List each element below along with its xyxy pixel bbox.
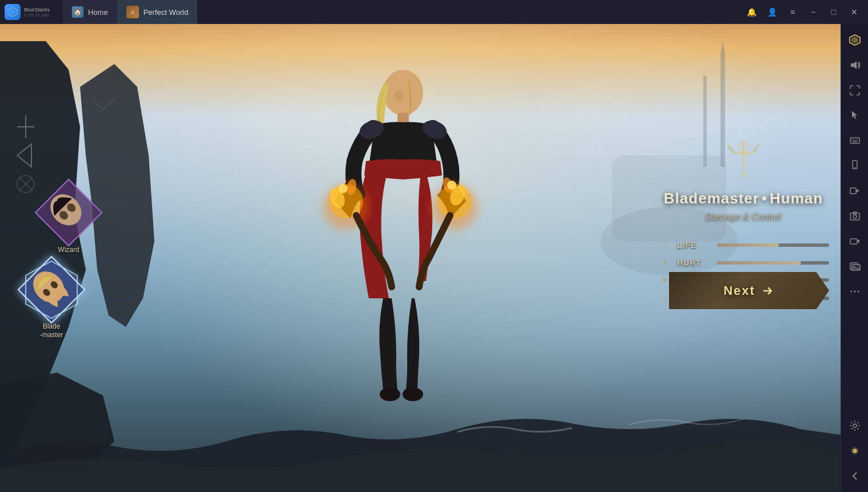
next-button[interactable]: Next xyxy=(669,272,829,309)
hurt-label: HURT xyxy=(677,258,711,267)
wizard-name: Wizard xyxy=(58,246,79,254)
right-sidebar xyxy=(841,24,868,492)
sidebar-screenshot-btn[interactable] xyxy=(843,205,866,227)
svg-marker-14 xyxy=(857,189,859,193)
svg-point-52 xyxy=(447,181,456,190)
svg-point-25 xyxy=(853,424,857,427)
bluestacks-logo[interactable]: BlueStacks 4.170.10.1001 xyxy=(0,0,63,24)
life-label: LIFE xyxy=(677,241,711,250)
sidebar-settings-btn[interactable] xyxy=(843,414,866,437)
sidebar-record-btn[interactable] xyxy=(843,179,866,202)
blademaster-name: Blade-master xyxy=(40,322,63,340)
svg-rect-5 xyxy=(850,138,859,143)
svg-marker-3 xyxy=(851,37,858,43)
stat-row-hurt: ✗ HURT xyxy=(658,258,829,267)
home-tab[interactable]: 🏠 Home xyxy=(63,0,117,24)
bluestacks-version: 4.170.10.1001 xyxy=(24,13,50,17)
class-name: Blademaster xyxy=(664,190,759,207)
sidebar-keyboard-btn[interactable] xyxy=(843,129,866,152)
dot-separator: • xyxy=(762,190,767,207)
blademaster-portrait xyxy=(18,256,86,324)
wizard-portrait xyxy=(35,179,103,247)
maximize-btn[interactable]: □ xyxy=(825,3,843,21)
stat-row-life: ♡ LIFE xyxy=(658,239,829,250)
class-icon xyxy=(720,138,766,184)
svg-rect-13 xyxy=(850,188,856,194)
titlebar-controls: 🔔 👤 ≡ − □ ✕ xyxy=(742,3,868,21)
minimize-btn[interactable]: − xyxy=(804,3,822,21)
character-svg xyxy=(294,41,512,430)
sidebar-phone-btn[interactable] xyxy=(843,154,866,177)
svg-rect-18 xyxy=(850,239,857,244)
hurt-icon: ✗ xyxy=(658,259,671,267)
menu-btn[interactable]: ≡ xyxy=(783,3,802,21)
svg-point-26 xyxy=(853,449,857,453)
center-character xyxy=(114,24,669,492)
title-bar: BlueStacks 4.170.10.1001 🏠 Home ⚔ Perfec… xyxy=(0,0,868,24)
svg-point-24 xyxy=(857,291,859,293)
svg-point-21 xyxy=(853,266,854,268)
sidebar-fullscreen-btn[interactable] xyxy=(843,79,866,102)
next-arrow-icon xyxy=(761,284,775,298)
svg-point-51 xyxy=(339,184,348,193)
notification-btn[interactable]: 🔔 xyxy=(742,3,761,21)
life-bar-fill xyxy=(717,243,779,247)
class-tagline: Damage & Control xyxy=(652,212,835,222)
wizard-portrait-frame xyxy=(35,179,103,247)
sidebar-volume-btn[interactable] xyxy=(843,54,866,77)
svg-point-37 xyxy=(380,387,400,401)
char-selector: Wizard Blade-maste xyxy=(29,184,86,318)
svg-point-35 xyxy=(395,90,404,101)
info-panel: Blademaster • Human Damage & Control ♡ L… xyxy=(652,138,835,321)
game-area: Wizard Blade-maste xyxy=(0,24,841,492)
close-btn[interactable]: ✕ xyxy=(845,3,863,21)
hurt-bar-bg xyxy=(717,261,829,265)
life-bar-bg xyxy=(717,243,829,247)
sidebar-video-btn[interactable] xyxy=(843,230,866,253)
svg-rect-15 xyxy=(850,213,859,220)
life-icon: ♡ xyxy=(658,239,671,250)
svg-point-23 xyxy=(854,291,855,293)
svg-point-53 xyxy=(44,188,87,231)
svg-marker-4 xyxy=(851,61,857,69)
home-tab-label: Home xyxy=(88,8,108,17)
hurt-bar-fill xyxy=(717,261,801,265)
svg-point-34 xyxy=(383,70,423,115)
svg-point-38 xyxy=(403,387,423,401)
svg-marker-1 xyxy=(10,9,15,15)
sidebar-gallery-btn[interactable] xyxy=(843,255,866,278)
svg-point-16 xyxy=(853,215,857,218)
home-tab-icon: 🏠 xyxy=(72,6,83,18)
svg-point-22 xyxy=(850,291,852,293)
sidebar-back-btn[interactable] xyxy=(843,465,866,487)
game-tab[interactable]: ⚔ Perfect World xyxy=(117,0,198,24)
game-tab-label: Perfect World xyxy=(144,8,189,17)
bluestacks-icon xyxy=(5,4,21,20)
blademaster-char-btn[interactable]: Blade-master xyxy=(23,261,80,318)
bluestacks-name: BlueStacks xyxy=(24,7,50,13)
svg-marker-63 xyxy=(739,170,747,178)
sidebar-bluestacks-btn[interactable] xyxy=(843,29,866,51)
sidebar-more-btn[interactable] xyxy=(843,280,866,303)
wizard-char-btn[interactable]: Wizard xyxy=(40,184,97,241)
account-btn[interactable]: 👤 xyxy=(763,3,781,21)
character-race: Human xyxy=(770,190,823,207)
blademaster-portrait-frame xyxy=(18,256,86,324)
game-tab-icon: ⚔ xyxy=(126,6,139,18)
next-btn-label: Next xyxy=(723,283,755,298)
sidebar-light-btn[interactable] xyxy=(843,439,866,462)
svg-marker-29 xyxy=(720,41,725,53)
sidebar-pointer-btn[interactable] xyxy=(843,104,866,127)
